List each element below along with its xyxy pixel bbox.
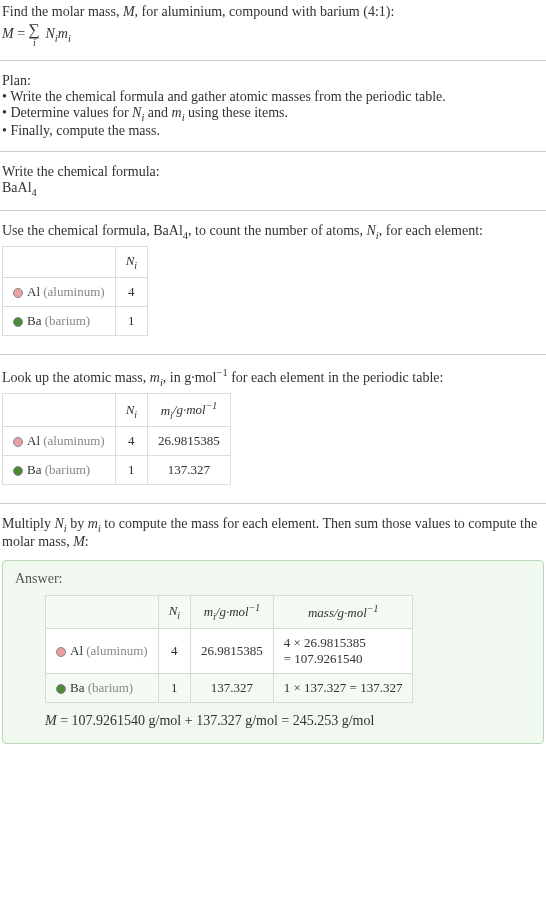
col-mass: mass/g·mol−1: [273, 596, 413, 629]
formula-sub: 4: [32, 187, 37, 198]
element-dot-icon: [13, 437, 23, 447]
blank-header: [3, 394, 116, 427]
plan-bullet: • Finally, compute the mass.: [2, 123, 544, 139]
blank-header: [46, 596, 159, 629]
text: , in g·mol: [163, 370, 217, 385]
table-header-row: Ni mi/g·mol−1 mass/g·mol−1: [46, 596, 413, 629]
n-value: 1: [115, 306, 147, 335]
divider: [0, 354, 546, 355]
answer-table: Ni mi/g·mol−1 mass/g·mol−1 Al (aluminum)…: [45, 595, 413, 703]
col-Ni: Ni: [158, 596, 190, 629]
n-value: 1: [115, 456, 147, 485]
m-value: 26.9815385: [191, 629, 274, 674]
unit: /g·mol: [216, 604, 249, 619]
element-symbol: Ba: [70, 680, 84, 695]
n-value: 1: [158, 674, 190, 703]
text: , for each element:: [379, 223, 483, 238]
element-name: (aluminum): [86, 643, 147, 658]
intro-line1: Find the molar mass, M, for aluminium, c…: [2, 4, 544, 20]
element-name: (barium): [88, 680, 133, 695]
multiply-text: Multiply Ni by mi to compute the mass fo…: [2, 516, 544, 550]
sigma-symbol: ∑: [29, 22, 40, 38]
formula-rhs: Nimi: [45, 26, 70, 41]
var-M: M: [45, 713, 57, 728]
var-mi: mi: [172, 105, 185, 120]
element-name: (aluminum): [43, 284, 104, 299]
element-cell: Al (aluminum): [3, 277, 116, 306]
element-symbol: Ba: [27, 313, 41, 328]
var-mi: mi: [88, 516, 101, 531]
text: , to count the number of atoms,: [188, 223, 366, 238]
exponent: −1: [249, 602, 260, 613]
col-mi: mi/g·mol−1: [191, 596, 274, 629]
count-text: Use the chemical formula, BaAl4, to coun…: [2, 223, 544, 241]
text: for each element in the periodic table:: [228, 370, 444, 385]
text: Look up the atomic mass,: [2, 370, 150, 385]
var-mi: mi: [150, 370, 163, 385]
intro-text: Find the molar mass,: [2, 4, 123, 19]
text: and: [144, 105, 171, 120]
answer-content: Ni mi/g·mol−1 mass/g·mol−1 Al (aluminum)…: [15, 595, 531, 729]
plan-bullet: • Determine values for Ni and mi using t…: [2, 105, 544, 123]
element-name: (aluminum): [43, 433, 104, 448]
sum-index: i: [29, 38, 40, 48]
var-Ni: Ni: [55, 516, 67, 531]
table-row: Al (aluminum) 4: [3, 277, 148, 306]
element-name: (barium): [45, 462, 90, 477]
n-value: 4: [158, 629, 190, 674]
element-dot-icon: [13, 317, 23, 327]
n-value: 4: [115, 277, 147, 306]
count-table: Ni Al (aluminum) 4 Ba (barium) 1: [2, 246, 148, 336]
divider: [0, 151, 546, 152]
text: by: [67, 516, 88, 531]
mass-line: 4 × 26.9815385: [284, 635, 366, 650]
n-value: 4: [115, 427, 147, 456]
unit: /g·mol: [173, 403, 206, 418]
element-symbol: Al: [27, 284, 40, 299]
text: Multiply: [2, 516, 55, 531]
element-cell: Ba (barium): [46, 674, 159, 703]
chemical-formula-section: Write the chemical formula: BaAl4: [0, 160, 546, 202]
exponent: −1: [216, 367, 227, 378]
table-header-row: Ni: [3, 247, 148, 278]
text: :: [85, 534, 89, 549]
m-value: 137.327: [191, 674, 274, 703]
exponent: −1: [206, 400, 217, 411]
molar-mass-formula: M = ∑i Nimi: [2, 22, 544, 48]
divider: [0, 503, 546, 504]
intro-section: Find the molar mass, M, for aluminium, c…: [0, 0, 546, 52]
lookup-table: Ni mi/g·mol−1 Al (aluminum) 4 26.9815385…: [2, 393, 231, 485]
formula-base: BaAl: [2, 180, 32, 195]
var-Ni: Ni: [132, 105, 144, 120]
element-dot-icon: [13, 288, 23, 298]
formula-base: BaAl: [153, 223, 183, 238]
m-value: 26.9815385: [148, 427, 231, 456]
formula-lhs: M: [2, 26, 14, 41]
chemical-formula: BaAl4: [2, 180, 544, 198]
element-name: (barium): [45, 313, 90, 328]
divider: [0, 210, 546, 211]
table-header-row: Ni mi/g·mol−1: [3, 394, 231, 427]
mass-value: 4 × 26.9815385= 107.9261540: [273, 629, 413, 674]
col-Ni: Ni: [115, 394, 147, 427]
element-symbol: Ba: [27, 462, 41, 477]
lookup-text: Look up the atomic mass, mi, in g·mol−1 …: [2, 367, 544, 387]
formula-inline: BaAl4: [153, 223, 188, 238]
m-value: 137.327: [148, 456, 231, 485]
mass-line: = 107.9261540: [284, 651, 363, 666]
text: using these items.: [185, 105, 288, 120]
multiply-section: Multiply Ni by mi to compute the mass fo…: [0, 512, 546, 554]
element-symbol: Al: [70, 643, 83, 658]
col-mi: mi/g·mol−1: [148, 394, 231, 427]
plan-heading: Plan:: [2, 73, 544, 89]
equals: =: [14, 26, 29, 41]
element-cell: Al (aluminum): [46, 629, 159, 674]
answer-box: Answer: Ni mi/g·mol−1 mass/g·mol−1 Al (a…: [2, 560, 544, 744]
chem-heading: Write the chemical formula:: [2, 164, 544, 180]
summation: ∑i: [29, 22, 40, 48]
text: • Determine values for: [2, 105, 132, 120]
table-row: Al (aluminum) 4 26.9815385 4 × 26.981538…: [46, 629, 413, 674]
element-cell: Ba (barium): [3, 456, 116, 485]
element-cell: Ba (barium): [3, 306, 116, 335]
plan-section: Plan: • Write the chemical formula and g…: [0, 69, 546, 143]
